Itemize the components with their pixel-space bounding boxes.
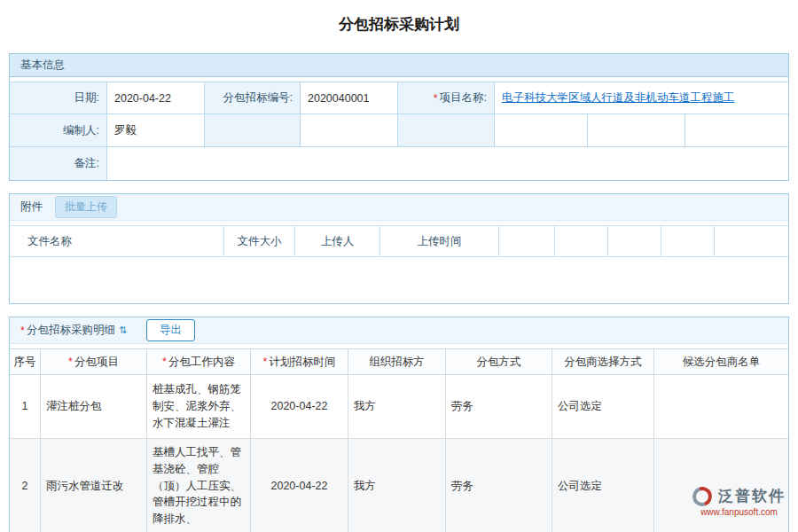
brand-url: www.fanpusoft.com xyxy=(700,507,778,517)
col-header-candidates: 候选分包商名单 xyxy=(654,349,788,374)
col-header-mode-text: 分包方式 xyxy=(477,355,521,370)
required-mark: * xyxy=(263,356,268,368)
attachments-table-header: 文件名称 文件大小 上传人 上传时间 xyxy=(10,225,788,257)
col-header-project-text: 分包项目 xyxy=(74,355,119,370)
date-value: 2020-04-22 xyxy=(107,82,205,113)
basic-info-row-1: 日期: 2020-04-22 分包招标编号: 2020040001 * 项目名称… xyxy=(10,82,788,114)
cell-seq: 2 xyxy=(10,439,41,532)
col-header-candidates-text: 候选分包商名单 xyxy=(683,355,761,370)
required-mark: * xyxy=(162,356,167,368)
cell-seq: 1 xyxy=(10,375,41,438)
project-name-cell: 电子科技大学区域人行道及非机动车道工程施工 xyxy=(495,82,788,113)
cell-plan-time: 2020-04-22 xyxy=(251,375,348,438)
col-header-project: * 分包项目 xyxy=(41,349,147,374)
basic-info-header-bar: 基本信息 xyxy=(10,54,788,77)
detail-table-header: 序号 * 分包项目 * 分包工作内容 * 计划招标时间 组织招标方 分包方式 分… xyxy=(10,348,788,375)
creator-label: 编制人: xyxy=(10,114,107,146)
empty-column-header xyxy=(608,226,661,256)
attachments-title: 附件 xyxy=(20,200,43,215)
col-header-upload-time: 上传时间 xyxy=(380,226,499,256)
empty-value-cell xyxy=(495,114,588,146)
basic-info-section: 基本信息 日期: 2020-04-22 分包招标编号: 2020040001 *… xyxy=(9,53,789,181)
empty-value-cell xyxy=(588,114,685,146)
col-header-organizer-text: 组织招标方 xyxy=(369,355,425,370)
cell-candidates xyxy=(654,375,788,438)
required-mark: * xyxy=(434,92,438,105)
col-header-seq: 序号 xyxy=(10,349,41,374)
empty-column-header xyxy=(715,226,788,256)
basic-info-title: 基本信息 xyxy=(20,58,65,73)
basic-info-row-2: 编制人: 罗毅 xyxy=(10,114,788,147)
attachments-section: 附件 批量上传 文件名称 文件大小 上传人 上传时间 xyxy=(9,193,789,304)
cell-selection: 公司选定 xyxy=(552,375,654,438)
col-header-organizer: 组织招标方 xyxy=(348,349,446,374)
table-row: 2 雨污水管道迁改 基槽人工找平、管基浇砼、管腔（顶）人工压实、管槽开挖过程中的… xyxy=(10,439,788,532)
fanpu-brand: 泛普软件 www.fanpusoft.com xyxy=(692,486,786,517)
detail-title: 分包招标采购明细 xyxy=(27,323,115,338)
batch-upload-button[interactable]: 批量上传 xyxy=(55,196,117,218)
col-header-plan-time: * 计划招标时间 xyxy=(251,349,348,374)
sort-icon[interactable]: ⇅ xyxy=(119,325,127,336)
fanpu-brand-row: 泛普软件 xyxy=(692,486,786,506)
table-row: 1 灌注桩分包 桩基成孔、钢筋笼制安、泥浆外弃、水下混凝土灌注 2020-04-… xyxy=(10,375,788,439)
empty-label-cell xyxy=(205,114,301,146)
project-name-label: * 项目名称: xyxy=(398,82,495,113)
basic-info-row-3: 备注: xyxy=(10,147,788,180)
detail-header-bar: * 分包招标采购明细 ⇅ 导出 xyxy=(10,317,788,344)
creator-value: 罗毅 xyxy=(107,114,205,146)
col-header-plan-time-text: 计划招标时间 xyxy=(269,355,335,370)
bid-no-value: 2020040001 xyxy=(301,82,398,113)
col-header-uploader: 上传人 xyxy=(295,226,380,256)
required-mark: * xyxy=(68,356,73,368)
empty-column-header xyxy=(499,226,555,256)
col-header-file-size: 文件大小 xyxy=(224,226,295,256)
col-header-mode: 分包方式 xyxy=(446,349,552,374)
attachments-empty-body xyxy=(10,257,788,303)
empty-value-cell xyxy=(685,114,788,146)
cell-mode: 劳务 xyxy=(446,375,552,438)
attachments-header-bar: 附件 批量上传 xyxy=(10,194,788,221)
brand-name: 泛普软件 xyxy=(718,486,786,506)
empty-value-cell xyxy=(301,114,398,146)
export-button[interactable]: 导出 xyxy=(146,319,195,341)
cell-project: 灌注桩分包 xyxy=(41,375,147,438)
date-label: 日期: xyxy=(10,82,107,113)
col-header-work-content: * 分包工作内容 xyxy=(147,349,251,374)
fanpu-logo-icon xyxy=(689,483,715,509)
basic-info-table: 日期: 2020-04-22 分包招标编号: 2020040001 * 项目名称… xyxy=(10,82,788,180)
col-header-work-content-text: 分包工作内容 xyxy=(168,355,235,370)
cell-selection: 公司选定 xyxy=(552,439,654,532)
remark-value xyxy=(107,147,788,180)
cell-organizer: 我方 xyxy=(348,439,446,532)
col-header-seq-text: 序号 xyxy=(14,355,36,370)
col-header-selection: 分包商选择方式 xyxy=(552,349,654,374)
col-header-file-name: 文件名称 xyxy=(10,226,224,256)
empty-label-cell xyxy=(398,114,495,146)
required-mark: * xyxy=(20,325,25,337)
remark-label: 备注: xyxy=(10,147,107,180)
project-name-link[interactable]: 电子科技大学区域人行道及非机动车道工程施工 xyxy=(502,90,735,106)
cell-work-content: 基槽人工找平、管基浇砼、管腔（顶）人工压实、管槽开挖过程中的降排水、 xyxy=(147,439,251,532)
cell-work-content: 桩基成孔、钢筋笼制安、泥浆外弃、水下混凝土灌注 xyxy=(147,375,251,438)
detail-section: * 分包招标采购明细 ⇅ 导出 序号 * 分包项目 * 分包工作内容 * 计划招… xyxy=(9,317,789,532)
page-title: 分包招标采购计划 xyxy=(0,0,798,34)
project-name-label-text: 项目名称: xyxy=(440,90,487,106)
cell-mode: 劳务 xyxy=(446,439,552,532)
bid-no-label: 分包招标编号: xyxy=(205,82,301,113)
cell-project: 雨污水管道迁改 xyxy=(41,439,147,532)
empty-column-header xyxy=(555,226,608,256)
cell-plan-time: 2020-04-22 xyxy=(251,439,348,532)
col-header-selection-text: 分包商选择方式 xyxy=(564,355,642,370)
cell-organizer: 我方 xyxy=(348,375,446,438)
empty-column-header xyxy=(661,226,715,256)
